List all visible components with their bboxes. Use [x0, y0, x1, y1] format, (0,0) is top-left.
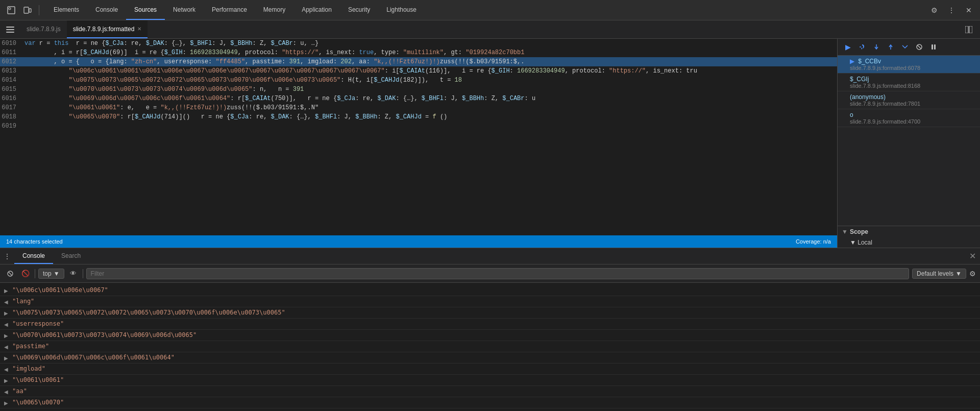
levels-btn[interactable]: Default levels ▼	[912, 269, 966, 279]
file-tab-js[interactable]: slide.7.8.9.js	[20, 20, 67, 38]
context-dropdown-icon: ▼	[54, 270, 60, 277]
code-line-6013[interactable]: 6013 "\u006c\u0061\u0061\u0061\u006e\u00…	[0, 66, 837, 76]
console-entry-0[interactable]: ▶ "\u006c\u0061\u006e\u0067"	[0, 285, 980, 296]
console-entry-1[interactable]: ◀ "lang"	[0, 296, 980, 307]
filter-input[interactable]	[86, 268, 909, 279]
entry-text-6: "\u0069\u006d\u0067\u006c\u006f\u0061\u0…	[12, 354, 175, 361]
line-num-6010: 6010	[0, 39, 24, 48]
line-num-6017: 6017	[0, 103, 24, 112]
file-tab-close-icon[interactable]: ✕	[137, 26, 141, 32]
step-out-btn[interactable]	[885, 41, 897, 53]
resume-btn[interactable]: ▶	[842, 41, 854, 53]
deactivate-btn[interactable]	[913, 41, 925, 53]
console-entry-10[interactable]: ▶ "\u0065\u0070"	[0, 397, 980, 408]
console-entry-2[interactable]: ▶ "\u0075\u0073\u0065\u0072\u0072\u0065\…	[0, 307, 980, 319]
tab-application[interactable]: Application	[293, 0, 340, 20]
cs-arrow-0: ▶	[850, 58, 854, 65]
tab-lighthouse[interactable]: Lighthouse	[378, 0, 425, 20]
call-stack-item-3[interactable]: o slide.7.8.9.js:formatted:4700	[838, 109, 980, 127]
call-stack-item-2[interactable]: (anonymous) slide.7.8.9.js:formatted:780…	[838, 91, 980, 109]
pause-exceptions-btn[interactable]	[927, 41, 940, 53]
code-line-6018[interactable]: 6018 "\u0065\u0070": r[$_CAHJd(714)]() r…	[0, 112, 837, 122]
toolbar-right: ⚙ ⋮ ✕	[927, 3, 980, 17]
line-content-6015: "\u0070\u0061\u0073\u0073\u0074\u0069\u0…	[24, 85, 837, 94]
line-num-6019: 6019	[0, 122, 24, 131]
tab-network[interactable]: Network	[165, 0, 204, 20]
console-entry-4[interactable]: ▶ "\u0070\u0061\u0073\u0073\u0074\u0069\…	[0, 330, 980, 341]
call-stack-item-1[interactable]: $_CGIj slide.7.8.9.js:formatted:8168	[838, 74, 980, 91]
step-btn[interactable]	[899, 41, 911, 53]
inspect-icon[interactable]	[4, 3, 18, 17]
cs-loc-2: slide.7.8.9.js:formatted:7801	[850, 101, 974, 107]
tab-sources[interactable]: Sources	[126, 0, 165, 20]
console-output[interactable]: ▶ "\u006c\u0061\u006e\u0067" ◀ "lang" ▶ …	[0, 283, 980, 411]
toolbar-icons	[0, 3, 45, 17]
svg-rect-15	[934, 44, 936, 50]
scope-header[interactable]: ▼ Scope	[838, 226, 980, 237]
entry-text-2: "\u0075\u0073\u0065\u0072\u0072\u0065\u0…	[12, 309, 285, 316]
coverage-status: Coverage: n/a	[796, 238, 831, 245]
console-entry-8[interactable]: ▶ "\u0061\u0061"	[0, 375, 980, 386]
console-entry-11[interactable]: ◀ "ep"	[0, 408, 980, 411]
bottom-tab-search[interactable]: Search	[53, 248, 89, 264]
bottom-menu-icon[interactable]: ⋮	[0, 249, 14, 263]
console-entry-6[interactable]: ▶ "\u0069\u006d\u0067\u006c\u006f\u0061\…	[0, 352, 980, 364]
svg-rect-6	[6, 32, 14, 33]
code-line-6019[interactable]: 6019	[0, 122, 837, 131]
more-icon[interactable]: ⋮	[944, 3, 959, 17]
context-select[interactable]: top ▼	[38, 269, 64, 279]
eye-icon[interactable]: 👁	[67, 268, 80, 280]
console-entry-3[interactable]: ◀ "userresponse"	[0, 319, 980, 330]
code-panel: 6010 var r = this r = ne {$_CJa: re, $_D…	[0, 39, 837, 248]
nav-tabs: Elements Console Sources Network Perform…	[45, 0, 425, 20]
separator	[39, 5, 39, 15]
code-line-6011[interactable]: 6011 , i = r[$_CAHJd(69)] i = re {$_GIH:…	[0, 48, 837, 57]
step-into-btn[interactable]	[870, 41, 883, 53]
code-line-6010[interactable]: 6010 var r = this r = ne {$_CJa: re, $_D…	[0, 39, 837, 48]
settings-icon[interactable]: ⚙	[927, 3, 941, 17]
cs-loc-1: slide.7.8.9.js:formatted:8168	[850, 83, 974, 89]
bottom-tab-console[interactable]: Console	[14, 248, 53, 264]
entry-text-10: "\u0065\u0070"	[12, 399, 64, 406]
close-devtools-icon[interactable]: ✕	[962, 3, 976, 17]
scope-local-label: Local	[857, 239, 872, 246]
tab-memory[interactable]: Memory	[255, 0, 293, 20]
file-tab-split-icon[interactable]	[962, 22, 976, 37]
code-line-6017[interactable]: 6017 "\u0061\u0061": e, e = "k,,(!!Fzt67…	[0, 103, 837, 112]
svg-rect-2	[24, 7, 29, 13]
line-num-6014: 6014	[0, 76, 24, 85]
tab-console[interactable]: Console	[87, 0, 126, 20]
entry-text-0: "\u006c\u0061\u006e\u0067"	[12, 286, 108, 294]
code-line-6016[interactable]: 6016 "\u0069\u006d\u0067\u006c\u006f\u00…	[0, 94, 837, 103]
console-entry-7[interactable]: ◀ "imgload"	[0, 364, 980, 375]
console-entry-9[interactable]: ◀ "aa"	[0, 386, 980, 397]
expand-arrow-10: ▶	[4, 400, 9, 406]
tab-elements[interactable]: Elements	[45, 0, 87, 20]
bottom-close-btn[interactable]: ✕	[969, 251, 980, 261]
tab-security[interactable]: Security	[340, 0, 378, 20]
file-tab-formatted[interactable]: slide.7.8.9.js:formatted ✕	[67, 20, 148, 38]
context-label: top	[43, 270, 52, 277]
debug-toolbar: ▶	[838, 39, 980, 56]
code-editor[interactable]: 6010 var r = this r = ne {$_CJa: re, $_D…	[0, 39, 837, 235]
code-line-6015[interactable]: 6015 "\u0070\u0061\u0073\u0073\u0074\u00…	[0, 85, 837, 94]
console-entry-5[interactable]: ◀ "passtime"	[0, 341, 980, 352]
svg-rect-8	[969, 26, 972, 33]
tab-performance[interactable]: Performance	[204, 0, 255, 20]
entry-text-3: "userresponse"	[12, 320, 64, 327]
device-icon[interactable]	[20, 3, 35, 17]
console-settings-icon[interactable]: ⚙	[969, 270, 976, 278]
code-line-6012[interactable]: 6012 , o = { o = {lang: "zh-cn", userres…	[0, 57, 837, 66]
preserve-log-btn[interactable]: 🚫	[19, 268, 32, 280]
step-over-btn[interactable]	[856, 41, 868, 53]
clear-console-btn[interactable]	[4, 268, 16, 280]
scope-local-item[interactable]: ▼ Local	[838, 237, 980, 248]
code-line-6014[interactable]: 6014 "\u0075\u0073\u0065\u0072\u0072\u00…	[0, 76, 837, 85]
sidebar-toggle[interactable]	[2, 21, 18, 38]
entry-text-8: "\u0061\u0061"	[12, 376, 64, 383]
call-stack-item-0[interactable]: ▶ $_CCBv slide.7.8.9.js:formatted:6078	[838, 56, 980, 74]
scope-section: ▼ Scope ▼ Local	[838, 226, 980, 248]
entry-text-7: "imgload"	[12, 365, 45, 372]
console-sep	[35, 269, 35, 278]
console-sep-2	[83, 269, 83, 278]
